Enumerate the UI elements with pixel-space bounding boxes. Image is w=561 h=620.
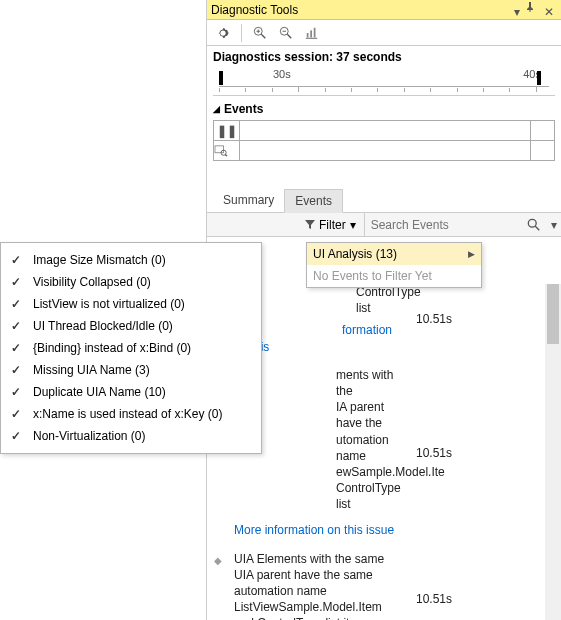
- inspect-icon[interactable]: [214, 141, 240, 161]
- gear-icon[interactable]: [211, 22, 235, 44]
- check-icon: ✓: [11, 297, 23, 311]
- session-label: Diagnostics session: 37 seconds: [207, 46, 561, 68]
- svg-line-1: [261, 34, 265, 38]
- check-icon: ✓: [11, 363, 23, 377]
- tab-summary[interactable]: Summary: [213, 189, 284, 212]
- chart-icon[interactable]: [300, 22, 324, 44]
- svg-rect-11: [215, 145, 224, 152]
- submenu-item[interactable]: ✓Non-Virtualization (0): [1, 425, 261, 447]
- check-icon: ✓: [11, 385, 23, 399]
- svg-line-5: [287, 34, 291, 38]
- submenu-item[interactable]: ✓Image Size Mismatch (0): [1, 249, 261, 271]
- svg-line-15: [535, 226, 539, 230]
- check-icon: ✓: [11, 253, 23, 267]
- event-time: 10.51s: [416, 312, 452, 326]
- info-link[interactable]: More information on this issue: [234, 523, 394, 537]
- events-header[interactable]: ◢ Events: [213, 102, 555, 116]
- submenu-item[interactable]: ✓Missing UIA Name (3): [1, 359, 261, 381]
- chevron-right-icon: ▶: [468, 249, 475, 259]
- flyout-item-ui-analysis[interactable]: UI Analysis (13) ▶: [307, 243, 481, 265]
- list-item: ◆ ments with the IA parent have the utom…: [214, 367, 561, 539]
- event-time: 10.51s: [416, 446, 452, 460]
- svg-line-13: [225, 154, 227, 156]
- check-icon: ✓: [11, 319, 23, 333]
- filter-flyout: UI Analysis (13) ▶ No Events to Filter Y…: [306, 242, 482, 288]
- toolbar: [207, 20, 561, 46]
- timeline-tick: 30s: [273, 68, 291, 80]
- dropdown-icon[interactable]: ▾: [509, 2, 525, 18]
- check-icon: ✓: [11, 429, 23, 443]
- svg-rect-7: [307, 33, 309, 37]
- tab-events[interactable]: Events: [284, 189, 343, 213]
- window-title: Diagnostic Tools: [211, 0, 509, 20]
- search-options-icon[interactable]: ▾: [547, 218, 561, 232]
- scroll-thumb[interactable]: [547, 284, 559, 344]
- submenu-item[interactable]: ✓ListView is not virtualized (0): [1, 293, 261, 315]
- submenu-item[interactable]: ✓Visibility Collapsed (0): [1, 271, 261, 293]
- search-input[interactable]: [365, 218, 527, 232]
- pin-icon[interactable]: [525, 2, 541, 18]
- check-icon: ✓: [11, 341, 23, 355]
- svg-point-14: [528, 219, 536, 227]
- list-item: ◆ ControlType list formation on this 10.…: [214, 284, 561, 355]
- check-icon: ✓: [11, 275, 23, 289]
- submenu-item[interactable]: ✓Duplicate UIA Name (10): [1, 381, 261, 403]
- check-icon: ✓: [11, 407, 23, 421]
- timeline-marker[interactable]: [219, 71, 223, 85]
- scrollbar[interactable]: [545, 284, 561, 620]
- events-grid: ❚❚: [213, 120, 555, 161]
- filter-submenu: ✓Image Size Mismatch (0) ✓Visibility Col…: [0, 242, 262, 454]
- events-title: Events: [224, 102, 263, 116]
- pause-icon[interactable]: ❚❚: [214, 121, 240, 141]
- filter-button[interactable]: Filter ▾: [297, 213, 365, 237]
- search-icon[interactable]: [527, 218, 547, 232]
- chevron-down-icon: ▾: [350, 218, 356, 232]
- event-time: 10.51s: [416, 592, 452, 606]
- svg-rect-9: [314, 27, 316, 37]
- timeline-marker[interactable]: [537, 71, 541, 85]
- submenu-item[interactable]: ✓UI Thread Blocked/Idle (0): [1, 315, 261, 337]
- funnel-icon: [305, 220, 315, 230]
- filter-label: Filter: [319, 218, 346, 232]
- zoom-out-icon[interactable]: [274, 22, 298, 44]
- submenu-item[interactable]: ✓x:Name is used instead of x:Key (0): [1, 403, 261, 425]
- svg-rect-8: [310, 30, 312, 37]
- timeline[interactable]: 30s 40s: [213, 68, 555, 96]
- flyout-item-no-events: No Events to Filter Yet: [307, 265, 481, 287]
- submenu-item[interactable]: ✓{Binding} instead of x:Bind (0): [1, 337, 261, 359]
- collapse-icon[interactable]: ◢: [213, 104, 220, 114]
- titlebar: Diagnostic Tools ▾ ✕: [207, 0, 561, 20]
- zoom-in-icon[interactable]: [248, 22, 272, 44]
- list-item: ◆ UIA Elements with the same UIA parent …: [214, 551, 561, 620]
- close-icon[interactable]: ✕: [541, 2, 557, 18]
- diamond-icon: ◆: [214, 555, 222, 620]
- filter-bar: Filter ▾ ▾: [207, 213, 561, 237]
- tabs: Summary Events: [207, 189, 561, 213]
